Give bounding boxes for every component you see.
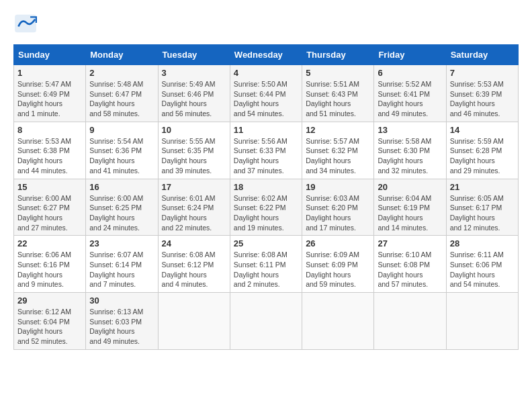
weekday-header-tuesday: Tuesday: [158, 45, 230, 65]
day-number: 11: [234, 125, 298, 135]
calendar-day-cell: 28 Sunrise: 6:11 AMSunset: 6:06 PMDaylig…: [446, 236, 518, 293]
calendar-day-cell: 2 Sunrise: 5:48 AMSunset: 6:47 PMDayligh…: [86, 65, 158, 122]
calendar-day-cell: 20 Sunrise: 6:04 AMSunset: 6:19 PMDaylig…: [374, 179, 446, 236]
day-number: 30: [89, 295, 154, 306]
day-info: Sunrise: 5:47 AMSunset: 6:49 PMDaylight …: [17, 79, 82, 119]
calendar-day-cell: 24 Sunrise: 6:08 AMSunset: 6:12 PMDaylig…: [158, 236, 230, 293]
calendar-day-cell: 13 Sunrise: 5:58 AMSunset: 6:30 PMDaylig…: [374, 122, 446, 179]
calendar-day-cell: [374, 293, 446, 350]
day-info: Sunrise: 6:07 AMSunset: 6:14 PMDaylight …: [89, 250, 154, 289]
day-info: Sunrise: 5:53 AMSunset: 6:39 PMDaylight …: [450, 79, 515, 119]
calendar-day-cell: 23 Sunrise: 6:07 AMSunset: 6:14 PMDaylig…: [86, 236, 158, 293]
day-number: 15: [17, 182, 82, 192]
day-info: Sunrise: 5:53 AMSunset: 6:38 PMDaylight …: [17, 136, 82, 176]
day-info: Sunrise: 5:49 AMSunset: 6:46 PMDaylight …: [162, 79, 226, 119]
day-number: 24: [162, 238, 226, 248]
calendar-day-cell: 14 Sunrise: 5:59 AMSunset: 6:28 PMDaylig…: [446, 122, 518, 179]
calendar-day-cell: 29 Sunrise: 6:12 AMSunset: 6:04 PMDaylig…: [14, 293, 86, 350]
day-number: 18: [234, 182, 298, 192]
day-number: 7: [450, 68, 515, 78]
day-number: 14: [450, 125, 515, 135]
day-info: Sunrise: 5:57 AMSunset: 6:32 PMDaylight …: [306, 136, 370, 176]
day-info: Sunrise: 6:12 AMSunset: 6:04 PMDaylight …: [17, 307, 82, 347]
calendar-day-cell: 9 Sunrise: 5:54 AMSunset: 6:36 PMDayligh…: [86, 122, 158, 179]
day-number: 22: [17, 238, 82, 248]
calendar-week-row: 1 Sunrise: 5:47 AMSunset: 6:49 PMDayligh…: [14, 65, 519, 122]
calendar-day-cell: 25 Sunrise: 6:08 AMSunset: 6:11 PMDaylig…: [230, 236, 302, 293]
day-info: Sunrise: 5:52 AMSunset: 6:41 PMDaylight …: [378, 79, 442, 119]
day-number: 17: [162, 182, 226, 192]
calendar-day-cell: 16 Sunrise: 6:00 AMSunset: 6:25 PMDaylig…: [86, 179, 158, 236]
day-info: Sunrise: 6:00 AMSunset: 6:25 PMDaylight …: [89, 193, 154, 233]
calendar-day-cell: 8 Sunrise: 5:53 AMSunset: 6:38 PMDayligh…: [14, 122, 86, 179]
logo-icon: [13, 13, 38, 34]
calendar-week-row: 8 Sunrise: 5:53 AMSunset: 6:38 PMDayligh…: [14, 122, 519, 179]
weekday-header-saturday: Saturday: [446, 45, 518, 65]
calendar-day-cell: 1 Sunrise: 5:47 AMSunset: 6:49 PMDayligh…: [14, 65, 86, 122]
day-number: 13: [378, 125, 442, 135]
calendar-day-cell: 15 Sunrise: 6:00 AMSunset: 6:27 PMDaylig…: [14, 179, 86, 236]
day-info: Sunrise: 5:58 AMSunset: 6:30 PMDaylight …: [378, 136, 442, 176]
day-info: Sunrise: 5:59 AMSunset: 6:28 PMDaylight …: [450, 136, 515, 176]
calendar-day-cell: 30 Sunrise: 6:13 AMSunset: 6:03 PMDaylig…: [86, 293, 158, 350]
calendar-week-row: 15 Sunrise: 6:00 AMSunset: 6:27 PMDaylig…: [14, 179, 519, 236]
weekday-header-row: SundayMondayTuesdayWednesdayThursdayFrid…: [14, 45, 519, 65]
day-info: Sunrise: 5:51 AMSunset: 6:43 PMDaylight …: [306, 79, 370, 119]
day-number: 20: [378, 182, 442, 192]
day-number: 23: [89, 238, 154, 248]
day-number: 10: [162, 125, 226, 135]
day-number: 8: [17, 125, 82, 135]
day-info: Sunrise: 5:55 AMSunset: 6:35 PMDaylight …: [162, 136, 226, 176]
calendar-day-cell: 3 Sunrise: 5:49 AMSunset: 6:46 PMDayligh…: [158, 65, 230, 122]
day-number: 12: [306, 125, 370, 135]
calendar-week-row: 29 Sunrise: 6:12 AMSunset: 6:04 PMDaylig…: [14, 293, 519, 350]
day-number: 29: [17, 295, 82, 306]
calendar-day-cell: [302, 293, 374, 350]
day-info: Sunrise: 6:04 AMSunset: 6:19 PMDaylight …: [378, 193, 442, 233]
day-number: 2: [89, 68, 154, 78]
day-number: 25: [234, 238, 298, 248]
weekday-header-monday: Monday: [86, 45, 158, 65]
calendar-day-cell: 21 Sunrise: 6:05 AMSunset: 6:17 PMDaylig…: [446, 179, 518, 236]
day-number: 1: [17, 68, 82, 78]
day-info: Sunrise: 6:01 AMSunset: 6:24 PMDaylight …: [162, 193, 226, 233]
day-number: 27: [378, 238, 442, 248]
day-info: Sunrise: 6:00 AMSunset: 6:27 PMDaylight …: [17, 193, 82, 233]
calendar-day-cell: 7 Sunrise: 5:53 AMSunset: 6:39 PMDayligh…: [446, 65, 518, 122]
day-info: Sunrise: 6:03 AMSunset: 6:20 PMDaylight …: [306, 193, 370, 233]
calendar-day-cell: 12 Sunrise: 5:57 AMSunset: 6:32 PMDaylig…: [302, 122, 374, 179]
calendar-day-cell: 17 Sunrise: 6:01 AMSunset: 6:24 PMDaylig…: [158, 179, 230, 236]
weekday-header-sunday: Sunday: [14, 45, 86, 65]
logo: [13, 13, 42, 34]
day-info: Sunrise: 6:05 AMSunset: 6:17 PMDaylight …: [450, 193, 515, 233]
calendar-day-cell: 22 Sunrise: 6:06 AMSunset: 6:16 PMDaylig…: [14, 236, 86, 293]
day-number: 28: [450, 238, 515, 248]
day-info: Sunrise: 6:09 AMSunset: 6:09 PMDaylight …: [306, 250, 370, 289]
day-info: Sunrise: 6:11 AMSunset: 6:06 PMDaylight …: [450, 250, 515, 289]
page-header: [13, 13, 519, 34]
weekday-header-friday: Friday: [374, 45, 446, 65]
day-info: Sunrise: 5:50 AMSunset: 6:44 PMDaylight …: [234, 79, 298, 119]
calendar-day-cell: [230, 293, 302, 350]
day-info: Sunrise: 5:56 AMSunset: 6:33 PMDaylight …: [234, 136, 298, 176]
day-info: Sunrise: 5:54 AMSunset: 6:36 PMDaylight …: [89, 136, 154, 176]
day-number: 4: [234, 68, 298, 78]
calendar-day-cell: 27 Sunrise: 6:10 AMSunset: 6:08 PMDaylig…: [374, 236, 446, 293]
day-info: Sunrise: 6:10 AMSunset: 6:08 PMDaylight …: [378, 250, 442, 289]
day-number: 19: [306, 182, 370, 192]
calendar-day-cell: 4 Sunrise: 5:50 AMSunset: 6:44 PMDayligh…: [230, 65, 302, 122]
calendar-day-cell: 10 Sunrise: 5:55 AMSunset: 6:35 PMDaylig…: [158, 122, 230, 179]
calendar-week-row: 22 Sunrise: 6:06 AMSunset: 6:16 PMDaylig…: [14, 236, 519, 293]
calendar-day-cell: 19 Sunrise: 6:03 AMSunset: 6:20 PMDaylig…: [302, 179, 374, 236]
day-info: Sunrise: 5:48 AMSunset: 6:47 PMDaylight …: [89, 79, 154, 119]
calendar-day-cell: 11 Sunrise: 5:56 AMSunset: 6:33 PMDaylig…: [230, 122, 302, 179]
day-number: 5: [306, 68, 370, 78]
day-info: Sunrise: 6:13 AMSunset: 6:03 PMDaylight …: [89, 307, 154, 347]
calendar-day-cell: [158, 293, 230, 350]
day-number: 9: [89, 125, 154, 135]
day-info: Sunrise: 6:02 AMSunset: 6:22 PMDaylight …: [234, 193, 298, 233]
weekday-header-wednesday: Wednesday: [230, 45, 302, 65]
calendar-day-cell: 6 Sunrise: 5:52 AMSunset: 6:41 PMDayligh…: [374, 65, 446, 122]
day-number: 26: [306, 238, 370, 248]
calendar-day-cell: [446, 293, 518, 350]
